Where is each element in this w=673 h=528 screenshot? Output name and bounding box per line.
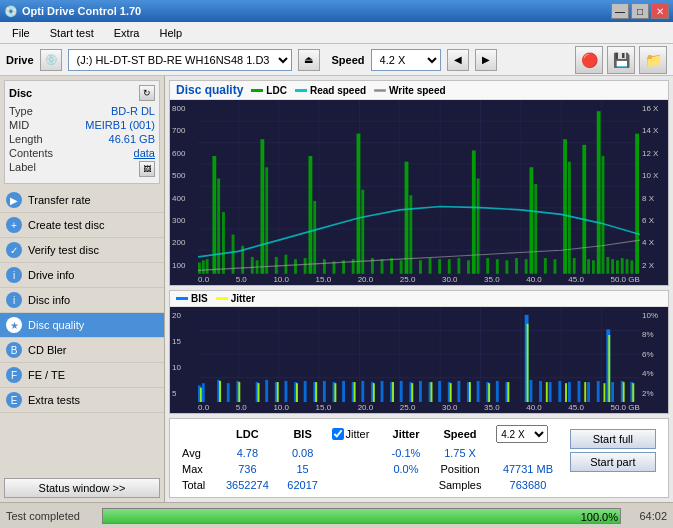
nav-fe-te[interactable]: F FE / TE (0, 363, 164, 388)
disc-label-button[interactable]: 🖼 (139, 161, 155, 177)
chart1-svg (198, 100, 640, 274)
svg-rect-147 (392, 382, 394, 402)
legend-bis: BIS (176, 293, 208, 304)
status-window-button[interactable]: Status window >> (4, 478, 160, 498)
start-part-button[interactable]: Start part (570, 452, 656, 472)
speed-prev-button[interactable]: ◀ (447, 49, 469, 71)
svg-rect-126 (539, 381, 542, 402)
svg-rect-129 (568, 382, 571, 402)
speed-next-button[interactable]: ▶ (475, 49, 497, 71)
stats-total-samples-val: 763680 (492, 478, 563, 492)
svg-rect-62 (544, 258, 547, 274)
stats-avg-speed: 1.75 X (430, 446, 490, 460)
start-full-button[interactable]: Start full (570, 429, 656, 449)
svg-rect-47 (419, 260, 422, 273)
y-right-12x: 12 X (642, 149, 666, 158)
chart2-y-axis-right: 10% 8% 6% 4% 2% (640, 307, 668, 402)
toolbar-btn-3[interactable]: 📁 (639, 46, 667, 74)
nav-create-test-disc[interactable]: + Create test disc (0, 213, 164, 238)
chart1-y-axis-right: 16 X 14 X 12 X 10 X 8 X 6 X 4 X 2 X (640, 100, 668, 274)
disc-contents-label: Contents (9, 147, 53, 159)
svg-rect-45 (405, 162, 409, 274)
stats-total-ldc: 3652274 (217, 478, 277, 492)
nav-label-fe-te: FE / TE (28, 369, 65, 381)
stats-avg-empty (328, 446, 383, 460)
status-label: Test completed (6, 510, 96, 522)
maximize-button[interactable]: □ (631, 3, 649, 19)
disc-panel-header: Disc ↻ (9, 85, 155, 101)
svg-rect-32 (304, 258, 307, 274)
y-label-300: 300 (172, 216, 196, 225)
stats-total-samples-label: Samples (430, 478, 490, 492)
svg-rect-34 (313, 201, 316, 274)
disc-panel: Disc ↻ Type BD-R DL MID MEIRB1 (001) Len… (4, 80, 160, 184)
nav-extra-tests[interactable]: E Extra tests (0, 388, 164, 413)
stats-max-ldc: 736 (217, 462, 277, 476)
title-bar: 💿 Opti Drive Control 1.70 — □ ✕ (0, 0, 673, 22)
svg-rect-106 (342, 381, 345, 402)
y2-right-6: 6% (642, 350, 666, 359)
menu-file[interactable]: File (4, 25, 38, 41)
chart2-x-axis: 0.0 5.0 10.0 15.0 20.0 25.0 30.0 35.0 40… (170, 402, 668, 413)
nav-drive-info[interactable]: i Drive info (0, 263, 164, 288)
disc-refresh-button[interactable]: ↻ (139, 85, 155, 101)
nav-transfer-rate[interactable]: ▶ Transfer rate (0, 188, 164, 213)
close-button[interactable]: ✕ (651, 3, 669, 19)
disc-label-row: Label 🖼 (9, 161, 155, 177)
stats-max-label: Max (178, 462, 215, 476)
svg-rect-77 (630, 260, 633, 273)
svg-rect-35 (323, 259, 326, 274)
nav-verify-test-disc[interactable]: ✓ Verify test disc (0, 238, 164, 263)
drive-eject-button[interactable]: ⏏ (298, 49, 320, 71)
nav-icon-create-test-disc: + (6, 217, 22, 233)
svg-rect-142 (296, 383, 298, 402)
drive-select[interactable]: (J:) HL-DT-ST BD-RE WH16NS48 1.D3 (68, 49, 292, 71)
y-label-800: 800 (172, 104, 196, 113)
menu-extra[interactable]: Extra (106, 25, 148, 41)
y-label-500: 500 (172, 171, 196, 180)
jitter-checkbox[interactable] (332, 428, 344, 440)
disc-contents-value[interactable]: data (134, 147, 155, 159)
stats-total-label: Total (178, 478, 215, 492)
svg-rect-140 (258, 383, 260, 402)
stats-avg-label: Avg (178, 446, 215, 460)
y2-right-2: 2% (642, 389, 666, 398)
minimize-button[interactable]: — (611, 3, 629, 19)
drive-eject-icon[interactable]: 💿 (40, 49, 62, 71)
stats-buttons-cell: Start full Start part (566, 424, 660, 476)
svg-rect-66 (573, 258, 576, 274)
stats-jitter-check-cell: Jitter (328, 424, 383, 444)
nav-disc-info[interactable]: i Disc info (0, 288, 164, 313)
x2-label-30: 30.0 (442, 403, 458, 412)
x-label-40: 40.0 (526, 275, 542, 284)
svg-rect-42 (381, 259, 384, 274)
nav-disc-quality[interactable]: ★ Disc quality (0, 313, 164, 338)
svg-rect-114 (419, 381, 422, 402)
chart-panel-quality-header: Disc quality LDC Read speed Write speed (170, 81, 668, 100)
legend-jitter-label: Jitter (231, 293, 255, 304)
legend-ldc-label: LDC (266, 85, 287, 96)
stats-speed-select[interactable]: 4.2 X (496, 425, 548, 443)
menu-help[interactable]: Help (151, 25, 190, 41)
menu-start-test[interactable]: Start test (42, 25, 102, 41)
toolbar-btn-2[interactable]: 💾 (607, 46, 635, 74)
y2-right-8: 8% (642, 330, 666, 339)
svg-rect-150 (450, 383, 452, 402)
nav-cd-bler[interactable]: B CD Bler (0, 338, 164, 363)
legend-jitter: Jitter (216, 293, 255, 304)
svg-rect-49 (438, 259, 441, 274)
svg-rect-139 (238, 382, 240, 402)
sidebar: Disc ↻ Type BD-R DL MID MEIRB1 (001) Len… (0, 76, 165, 502)
x2-label-35: 35.0 (484, 403, 500, 412)
y2-right-10: 10% (642, 311, 666, 320)
x2-label-0: 0.0 (198, 403, 209, 412)
menu-bar: File Start test Extra Help (0, 22, 673, 44)
toolbar-btn-1[interactable]: 🔴 (575, 46, 603, 74)
progress-time: 64:02 (627, 510, 667, 522)
nav-icon-transfer-rate: ▶ (6, 192, 22, 208)
disc-type-value: BD-R DL (111, 105, 155, 117)
svg-rect-51 (457, 258, 460, 274)
speed-select[interactable]: 4.2 X (371, 49, 441, 71)
legend-bis-color (176, 297, 188, 300)
svg-rect-152 (488, 383, 490, 402)
